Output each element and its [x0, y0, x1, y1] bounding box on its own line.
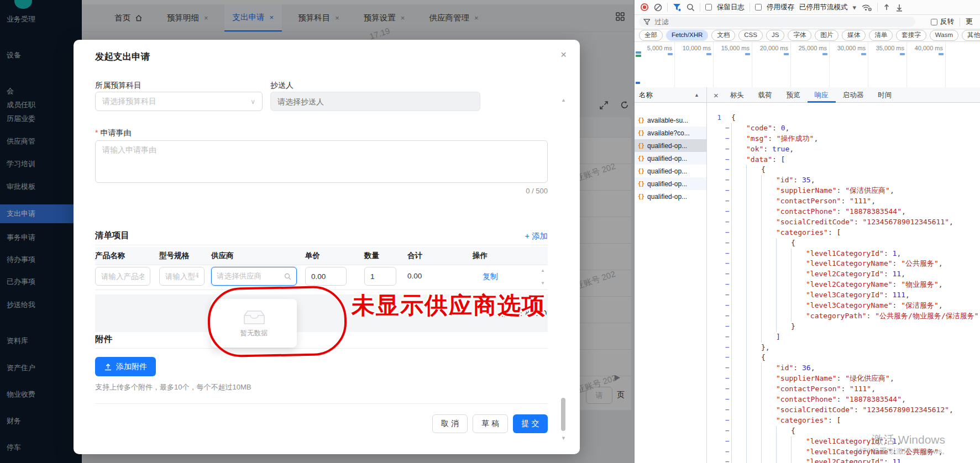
- add-row-button[interactable]: + 添加: [525, 231, 548, 241]
- table-scroll-down-icon[interactable]: ▼: [541, 281, 545, 286]
- add-attachment-button[interactable]: 添加附件: [95, 357, 156, 376]
- fold-marker-icon[interactable]: −: [724, 405, 731, 415]
- filter-chip-CSS[interactable]: CSS: [738, 30, 763, 41]
- fold-marker-icon[interactable]: −: [724, 134, 731, 144]
- fold-marker-icon[interactable]: −: [724, 155, 731, 165]
- invert-checkbox[interactable]: [931, 19, 937, 25]
- detail-tab-3[interactable]: 预览: [779, 87, 808, 103]
- model-spec-input[interactable]: [159, 267, 205, 286]
- fold-marker-icon[interactable]: −: [724, 217, 731, 228]
- fold-marker-icon[interactable]: −: [724, 290, 731, 301]
- detail-tab-5[interactable]: 启动器: [836, 87, 871, 103]
- fold-marker-icon[interactable]: −: [724, 384, 731, 394]
- preserve-log-checkbox[interactable]: [705, 4, 712, 10]
- fold-marker-icon[interactable]: −: [724, 186, 731, 196]
- filter-chip-图片[interactable]: 图片: [815, 30, 838, 41]
- scrollbar-thumb[interactable]: [561, 398, 565, 431]
- network-conditions-icon[interactable]: [861, 3, 872, 12]
- fold-marker-icon[interactable]: −: [724, 363, 731, 373]
- fold-marker-icon[interactable]: −: [724, 196, 731, 207]
- request-row-2[interactable]: {}available?co...: [635, 127, 706, 139]
- close-icon[interactable]: ×: [560, 49, 567, 61]
- scrollbar-up-icon[interactable]: ▲: [561, 97, 566, 103]
- modal-scrollbar[interactable]: ▲ ▼: [560, 97, 567, 442]
- search-icon[interactable]: [686, 3, 695, 12]
- request-row-1[interactable]: {}available-su...: [635, 114, 706, 127]
- request-row-7[interactable]: {}qualified-op...: [635, 190, 706, 203]
- fold-marker-icon[interactable]: −: [724, 447, 731, 457]
- export-har-icon[interactable]: [895, 3, 903, 12]
- quantity-input[interactable]: [364, 267, 396, 286]
- fold-marker-icon[interactable]: −: [724, 175, 731, 186]
- reason-textarea[interactable]: [95, 140, 548, 183]
- clear-icon[interactable]: [654, 3, 662, 12]
- request-row-3[interactable]: {}qualified-op...: [635, 139, 706, 152]
- cc-input[interactable]: [270, 92, 480, 111]
- fold-marker-icon[interactable]: −: [724, 436, 731, 447]
- filter-chip-Fetch/XHR[interactable]: Fetch/XHR: [666, 30, 708, 41]
- unit-price-input[interactable]: [305, 267, 347, 286]
- scrollbar-down-icon[interactable]: ▼: [561, 435, 566, 441]
- fold-marker-icon[interactable]: −: [724, 259, 731, 269]
- fold-marker-icon[interactable]: −: [724, 238, 731, 249]
- indent-guide: [746, 196, 761, 207]
- copy-row-button[interactable]: 复制: [483, 272, 498, 282]
- filter-chip-文档[interactable]: 文档: [711, 30, 735, 41]
- filter-input-pill[interactable]: [639, 17, 915, 27]
- fold-marker-icon[interactable]: −: [724, 322, 731, 332]
- cancel-button[interactable]: 取 消: [432, 414, 468, 433]
- fold-marker-icon[interactable]: −: [724, 269, 731, 280]
- filter-chip-Wasm[interactable]: Wasm: [930, 30, 958, 41]
- indent-guide: [746, 259, 761, 269]
- fold-marker-icon[interactable]: −: [724, 228, 731, 238]
- filter-chip-套接字[interactable]: 套接字: [896, 30, 926, 41]
- fold-marker-icon[interactable]: −: [724, 394, 731, 405]
- fold-marker-icon[interactable]: −: [724, 332, 731, 343]
- request-row-4[interactable]: {}qualified-op...: [635, 152, 706, 165]
- fold-marker-icon[interactable]: −: [724, 343, 731, 353]
- fold-marker-icon[interactable]: −: [724, 415, 731, 426]
- timeline-ruler[interactable]: 5,000 ms10,000 ms15,000 ms20,000 ms25,00…: [635, 42, 980, 88]
- fold-marker-icon[interactable]: −: [724, 249, 731, 259]
- filter-chip-JS[interactable]: JS: [766, 30, 784, 41]
- filter-chip-其他[interactable]: 其他: [962, 30, 980, 41]
- record-icon[interactable]: [640, 3, 649, 12]
- throttling-select[interactable]: 已停用节流模式: [799, 3, 848, 12]
- fold-marker-icon[interactable]: −: [724, 457, 731, 463]
- fold-marker-icon[interactable]: −: [724, 426, 731, 436]
- fold-marker-icon[interactable]: [724, 113, 731, 123]
- request-row-5[interactable]: {}qualified-op...: [635, 165, 706, 177]
- detail-tab-1[interactable]: 标头: [723, 87, 751, 103]
- filter-icon[interactable]: [673, 3, 682, 12]
- filter-chip-字体[interactable]: 字体: [788, 30, 811, 41]
- fold-marker-icon[interactable]: −: [724, 165, 731, 175]
- disable-cache-checkbox[interactable]: [755, 4, 762, 10]
- supplier-select[interactable]: 请选择供应商: [211, 267, 297, 286]
- filter-input[interactable]: [653, 18, 911, 27]
- submit-button[interactable]: 提 交: [513, 414, 548, 433]
- fold-marker-icon[interactable]: −: [724, 207, 731, 217]
- filter-chip-媒体[interactable]: 媒体: [842, 30, 866, 41]
- fold-marker-icon[interactable]: −: [724, 301, 731, 311]
- fold-marker-icon[interactable]: −: [724, 280, 731, 290]
- budget-subject-select[interactable]: 请选择预算科目 ∨: [95, 92, 263, 111]
- more-filters-label[interactable]: 更: [966, 17, 976, 27]
- product-name-input[interactable]: [95, 267, 150, 286]
- fold-marker-icon[interactable]: −: [724, 144, 731, 155]
- draft-button[interactable]: 草 稿: [473, 414, 508, 433]
- filter-chip-清单[interactable]: 清单: [869, 30, 893, 41]
- table-scroll-up-icon[interactable]: ▲: [541, 268, 545, 273]
- fold-marker-icon[interactable]: −: [724, 311, 731, 322]
- request-row-6[interactable]: {}qualified-op...: [635, 177, 706, 190]
- detail-tab-2[interactable]: 载荷: [751, 87, 779, 103]
- json-line: −"level2CategoryName": "物业服务",: [707, 280, 980, 290]
- detail-tab-4[interactable]: 响应: [808, 87, 836, 103]
- import-har-icon[interactable]: [883, 3, 890, 12]
- response-json-pane[interactable]: 1{−"code": 0,−"msg": "操作成功",−"ok": true,…: [707, 113, 980, 463]
- fold-marker-icon[interactable]: −: [724, 352, 731, 363]
- close-icon[interactable]: ×: [707, 91, 723, 100]
- detail-tab-6[interactable]: 时间: [871, 87, 899, 103]
- fold-marker-icon[interactable]: −: [724, 123, 731, 134]
- fold-marker-icon[interactable]: −: [724, 373, 731, 384]
- filter-chip-全部[interactable]: 全部: [639, 30, 663, 41]
